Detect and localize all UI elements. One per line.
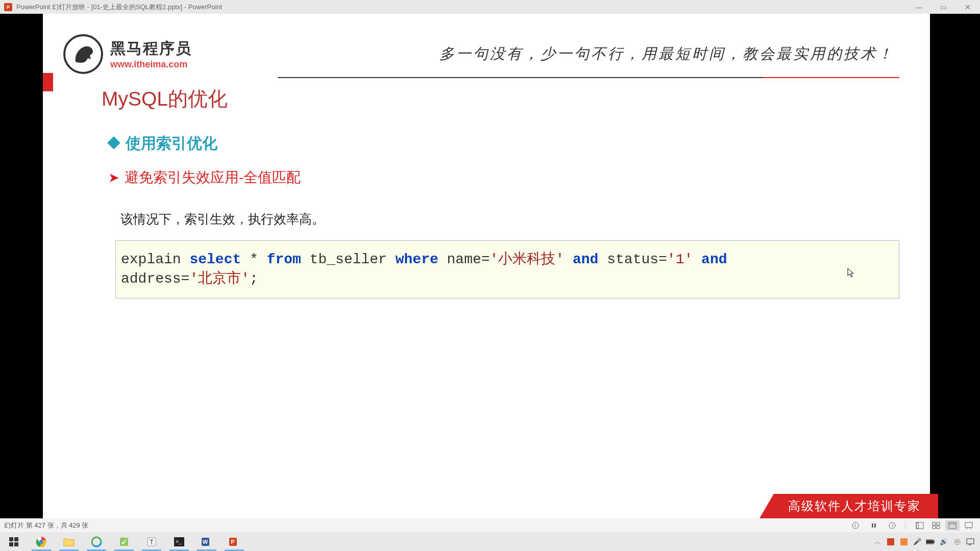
taskbar-powerpoint[interactable]: P	[220, 532, 248, 551]
start-button[interactable]	[0, 532, 28, 551]
taskbar-terminal[interactable]: >_	[165, 532, 193, 551]
tray-mic-icon[interactable]: 🎤	[913, 537, 922, 546]
subheading-1: 使用索引优化	[109, 133, 217, 154]
svg-rect-37	[967, 539, 974, 544]
svg-rect-7	[937, 522, 940, 525]
taskbar-explorer[interactable]	[55, 532, 83, 551]
svg-rect-12	[965, 522, 972, 528]
svg-text:>_: >_	[176, 539, 182, 544]
svg-rect-36	[926, 540, 933, 543]
sorter-view-button[interactable]	[929, 520, 943, 531]
svg-rect-8	[933, 526, 936, 529]
svg-rect-6	[933, 522, 936, 525]
tray-ime-icon[interactable]: ㊥	[952, 537, 962, 546]
tray-app-icon[interactable]	[886, 537, 895, 546]
slogan: 多一句没有，少一句不行，用最短时间，教会最实用的技术！	[192, 44, 899, 64]
taskbar-app2[interactable]: T	[138, 532, 165, 551]
svg-text:T: T	[150, 539, 154, 546]
window-controls: — ▭ ✕	[911, 2, 976, 12]
svg-rect-9	[937, 526, 940, 529]
tray-app2-icon[interactable]	[899, 537, 909, 546]
svg-rect-35	[934, 541, 935, 543]
system-tray: ︿ 🎤 🔊 ㊥	[873, 537, 980, 546]
svg-rect-16	[14, 537, 18, 541]
svg-rect-15	[9, 537, 13, 541]
svg-point-0	[852, 522, 859, 529]
svg-rect-32	[887, 538, 894, 545]
subheading-1-text: 使用索引优化	[126, 135, 217, 152]
svg-rect-2	[874, 523, 876, 528]
taskbar-word[interactable]: W	[193, 532, 220, 551]
code-block: explain select * from tb_seller where na…	[115, 240, 899, 298]
svg-point-3	[889, 522, 895, 529]
arrow-bullet-icon: ➤	[108, 170, 119, 186]
svg-rect-18	[14, 542, 18, 546]
svg-rect-33	[900, 538, 908, 545]
svg-text:W: W	[203, 539, 208, 545]
svg-rect-17	[9, 542, 13, 546]
logo-text-cn: 黑马程序员	[110, 38, 192, 59]
tray-notification-icon[interactable]	[966, 537, 975, 546]
status-bar: 幻灯片 第 427 张，共 429 张	[0, 518, 980, 532]
svg-rect-5	[916, 522, 918, 529]
subheading-2-text: 避免索引失效应用-全值匹配	[125, 169, 301, 185]
window-title: PowerPoint 幻灯片放映 - [01-史上最全的SQL教程2.pptx]…	[16, 3, 911, 12]
powerpoint-icon: P	[4, 3, 12, 11]
svg-rect-4	[916, 522, 923, 529]
logo-url: www.itheima.com	[110, 59, 192, 70]
slide: 黑马程序员 www.itheima.com 多一句没有，少一句不行，用最短时间，…	[43, 14, 930, 518]
slide-header: 黑马程序员 www.itheima.com 多一句没有，少一句不行，用最短时间，…	[63, 34, 899, 74]
taskbar-browser[interactable]	[83, 532, 110, 551]
prev-slide-button[interactable]	[850, 521, 861, 530]
logo-icon	[63, 34, 103, 74]
taskbar-chrome[interactable]	[28, 532, 55, 551]
close-button[interactable]: ✕	[960, 2, 976, 12]
titlebar: P PowerPoint 幻灯片放映 - [01-史上最全的SQL教程2.ppt…	[0, 0, 980, 14]
svg-rect-10	[949, 522, 956, 529]
footer-badge: 高级软件人才培训专家	[760, 494, 938, 518]
slide-title: MySQL的优化	[102, 85, 228, 113]
maximize-button[interactable]: ▭	[935, 2, 951, 12]
reading-view-button[interactable]	[945, 520, 960, 531]
tray-volume-icon[interactable]: 🔊	[939, 537, 948, 546]
accent-bar	[43, 73, 53, 91]
taskbar: T >_ W P ︿ 🎤 🔊 ㊥	[0, 532, 980, 551]
svg-rect-1	[872, 523, 873, 528]
slide-counter: 幻灯片 第 427 张，共 429 张	[4, 521, 850, 530]
taskbar-app1[interactable]	[110, 532, 138, 551]
tray-battery-icon[interactable]	[926, 537, 935, 546]
pause-button[interactable]	[868, 521, 879, 530]
minimize-button[interactable]: —	[911, 2, 927, 12]
presentation-area[interactable]: 黑马程序员 www.itheima.com 多一句没有，少一句不行，用最短时间，…	[0, 14, 980, 518]
logo: 黑马程序员 www.itheima.com	[63, 34, 192, 74]
header-underline	[278, 77, 899, 78]
description-text: 该情况下，索引生效，执行效率高。	[120, 211, 325, 228]
svg-text:P: P	[231, 539, 234, 545]
subheading-2: ➤避免索引失效应用-全值匹配	[108, 168, 301, 187]
diamond-bullet-icon	[107, 136, 120, 149]
next-slide-button[interactable]	[887, 521, 898, 530]
slideshow-view-button[interactable]	[962, 520, 976, 531]
tray-chevron-icon[interactable]: ︿	[873, 537, 882, 546]
normal-view-button[interactable]	[913, 520, 927, 531]
